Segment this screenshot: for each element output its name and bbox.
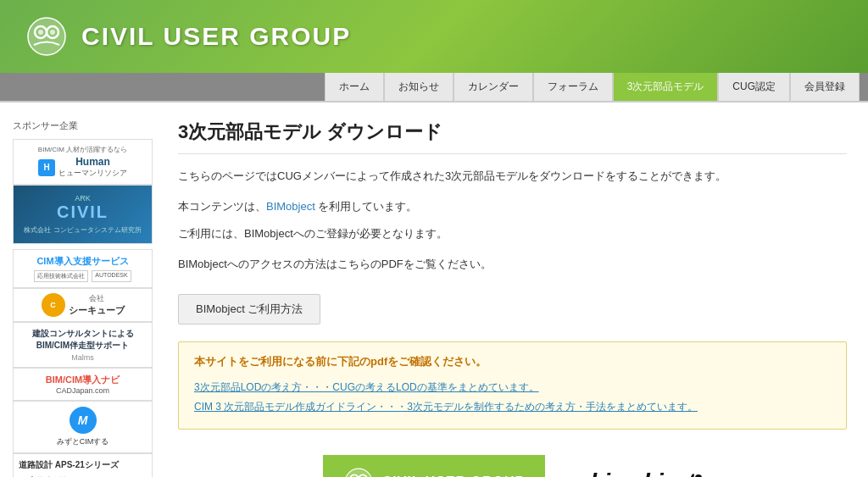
cug-logo-icon <box>25 15 68 58</box>
main-nav: ホーム お知らせ カレンダー フォーラム 3次元部品モデル CUG認定 会員登録 <box>0 73 868 103</box>
human-name: Human <box>58 156 127 168</box>
header: CIVIL USER GROUP <box>0 0 868 73</box>
sponsor-road[interactable]: 道路設計 APS-21シリーズ mt 株式会社エムティシー <box>13 453 153 477</box>
human-tag: BIM/CIM 人材が活躍するなら <box>19 145 147 154</box>
header-title: CIVIL USER GROUP <box>81 22 351 51</box>
sponsor-human[interactable]: BIM/CIM 人材が活躍するなら H Human ヒューマンリソシア <box>13 139 153 185</box>
bimobject-logo-block: bimobject <box>590 469 702 477</box>
human-name2: ヒューマンリソシア <box>58 168 127 179</box>
cadjapan-sub: CADJapan.com <box>19 386 147 395</box>
gcube-inner: C 会社 シーキューブ <box>18 293 147 317</box>
desc-section-2: 本コンテンツは、BIMobject を利用しています。 ご利用には、BIMobj… <box>178 197 847 243</box>
ark-top-label: ARK <box>22 194 143 202</box>
malms-text: 建設コンサルタントによる <box>19 328 147 340</box>
ark-civil-card: ARK CIVIL 株式会社 コンピュータシステム研究所 <box>14 186 152 243</box>
mizu-icon-letter: M <box>78 413 88 427</box>
human-logo: H Human ヒューマンリソシア <box>19 156 147 179</box>
human-icon: H <box>38 159 55 176</box>
gcube-icon: C <box>42 293 65 317</box>
malms-text2: BIM/CIM伴走型サポート <box>19 340 147 352</box>
desc-text-4: BIMobjectへのアクセスの方法はこちらのPDFをご覧ください。 <box>178 255 847 274</box>
desc-text-1: こちらのページではCUGメンバーによって作成された3次元部品モデルをダウンロード… <box>178 167 847 186</box>
ark-bottom-label: 株式会社 コンピュータシステム研究所 <box>22 225 143 235</box>
sponsor-malms[interactable]: 建設コンサルタントによる BIM/CIM伴走型サポート Malms <box>13 322 153 368</box>
desc-section-3: BIMobjectへのアクセスの方法はこちらのPDFをご覧ください。 <box>178 255 847 274</box>
gcube-label1: 会社 <box>69 293 125 304</box>
nav-3d-parts[interactable]: 3次元部品モデル <box>613 73 719 101</box>
sidebar-section-title: スポンサー企業 <box>13 119 153 132</box>
sponsor-gcube[interactable]: C 会社 シーキューブ <box>13 288 153 322</box>
svg-point-5 <box>345 469 372 477</box>
page-title: 3次元部品モデル ダウンロード <box>178 119 847 154</box>
svg-point-3 <box>38 30 43 35</box>
bimobject-link[interactable]: BIMobject <box>266 200 315 213</box>
cim-logo-oyo: 応用技術株式会社 <box>34 270 88 282</box>
desc-text-3: ご利用には、BIMobjectへのご登録が必要となります。 <box>178 225 847 243</box>
sponsor-ark-civil[interactable]: ARK CIVIL 株式会社 コンピュータシステム研究所 <box>13 185 153 244</box>
nav-cug-cert[interactable]: CUG認定 <box>718 73 790 101</box>
bimobject-registered-dot <box>695 474 702 477</box>
ark-civil-label: CIVIL <box>22 202 143 222</box>
bimnavi-text: BIM/CIM導入ナビ <box>19 374 147 386</box>
sponsor-mizu[interactable]: M みずとCIMする <box>13 401 153 453</box>
nav-news[interactable]: お知らせ <box>384 73 453 101</box>
info-box-link-guideline[interactable]: CIM 3 次元部品モデル作成ガイドライン・・・3次元モデルを制作するための考え… <box>194 397 831 417</box>
bimobject-logo-text: bimobject <box>590 469 702 477</box>
bottom-banner: CIVIL USER GROUP × bimobject <box>178 446 847 477</box>
sponsor-bimnavi[interactable]: BIM/CIM導入ナビ CADJapan.com <box>13 368 153 401</box>
info-box: 本サイトをご利用になる前に下記のpdfをご確認ください。 3次元部品LODの考え… <box>178 341 847 430</box>
road-title: 道路設計 APS-21シリーズ <box>19 459 147 471</box>
desc-section-1: こちらのページではCUGメンバーによって作成された3次元部品モデルをダウンロード… <box>178 167 847 186</box>
nav-home[interactable]: ホーム <box>325 73 384 101</box>
sponsor-cim[interactable]: CIM導入支援サービス 応用技術株式会社 AUTODESK <box>13 249 153 288</box>
malms-brand: Malms <box>19 353 147 362</box>
info-box-link-lod[interactable]: 3次元部品LODの考え方・・・CUGの考えるLODの基準をまとめています。 <box>194 378 831 397</box>
svg-point-4 <box>50 30 55 35</box>
cug-badge: CIVIL USER GROUP <box>323 455 546 477</box>
sidebar: スポンサー企業 BIM/CIM 人材が活躍するなら H Human ヒューマンリ… <box>13 119 153 477</box>
content-area: スポンサー企業 BIM/CIM 人材が活躍するなら H Human ヒューマンリ… <box>0 103 868 477</box>
nav-forum[interactable]: フォーラム <box>533 73 613 101</box>
cim-logos: 応用技術株式会社 AUTODESK <box>19 270 147 282</box>
bimobject-usage-button[interactable]: BIMobject ご利用方法 <box>178 294 320 324</box>
mizu-text: みずとCIMする <box>19 436 147 447</box>
road-logo: mt 株式会社エムティシー <box>19 474 147 477</box>
nav-calendar[interactable]: カレンダー <box>453 73 533 101</box>
desc2-prefix: 本コンテンツは、 <box>178 200 266 213</box>
cim-title: CIM導入支援サービス <box>19 255 147 268</box>
main-content: 3次元部品モデル ダウンロード こちらのページではCUGメンバーによって作成され… <box>170 119 855 477</box>
bimobject-logo-word: bimobject <box>590 469 694 477</box>
svg-point-0 <box>28 18 65 55</box>
cug-badge-icon <box>343 467 374 477</box>
desc-text-2: 本コンテンツは、BIMobject を利用しています。 <box>178 197 847 216</box>
nav-member-reg[interactable]: 会員登録 <box>790 73 860 101</box>
road-m-icon: mt <box>19 474 33 477</box>
info-box-title: 本サイトをご利用になる前に下記のpdfをご確認ください。 <box>194 354 831 369</box>
mizu-circle: M <box>70 407 97 434</box>
desc2-suffix: を利用しています。 <box>315 200 418 213</box>
times-symbol: × <box>562 471 573 477</box>
gcube-text: シーキューブ <box>69 304 125 317</box>
cim-logo-autodesk: AUTODESK <box>92 270 131 282</box>
